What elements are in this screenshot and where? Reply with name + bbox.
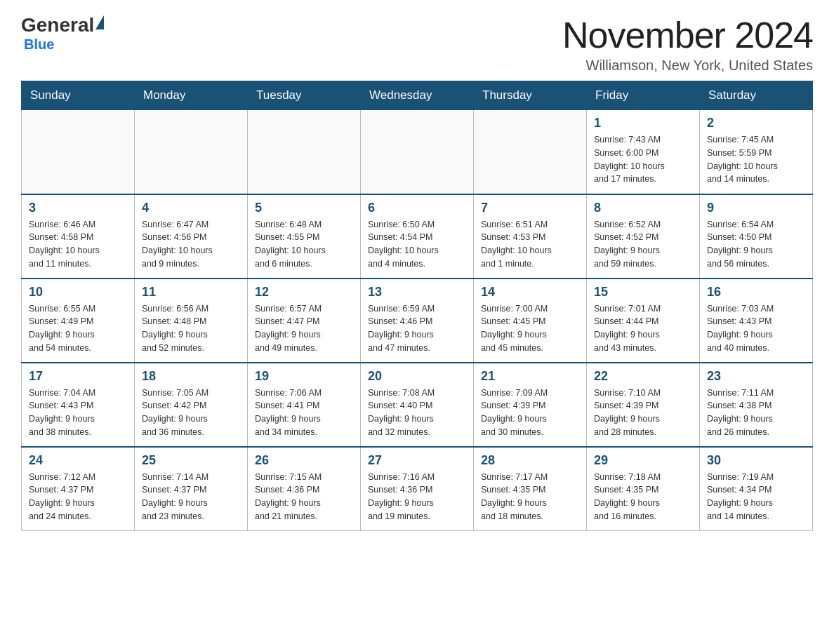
calendar-cell: 8Sunrise: 6:52 AMSunset: 4:52 PMDaylight… — [587, 194, 700, 279]
calendar-cell — [361, 110, 474, 194]
calendar-cell: 25Sunrise: 7:14 AMSunset: 4:37 PMDayligh… — [135, 447, 248, 531]
day-number: 22 — [594, 369, 692, 384]
day-info: Sunrise: 6:59 AMSunset: 4:46 PMDaylight:… — [368, 302, 466, 355]
day-number: 25 — [142, 453, 240, 468]
logo-general-text: General — [21, 14, 94, 36]
calendar-cell: 4Sunrise: 6:47 AMSunset: 4:56 PMDaylight… — [135, 194, 248, 279]
day-number: 15 — [594, 285, 692, 300]
calendar-week-row: 17Sunrise: 7:04 AMSunset: 4:43 PMDayligh… — [22, 363, 813, 447]
day-number: 10 — [29, 285, 127, 300]
calendar-cell: 18Sunrise: 7:05 AMSunset: 4:42 PMDayligh… — [135, 363, 248, 447]
day-info: Sunrise: 6:55 AMSunset: 4:49 PMDaylight:… — [29, 302, 127, 355]
calendar-cell — [135, 110, 248, 194]
day-number: 20 — [368, 369, 466, 384]
day-info: Sunrise: 7:08 AMSunset: 4:40 PMDaylight:… — [368, 387, 466, 439]
header-monday: Monday — [135, 81, 248, 110]
day-number: 13 — [368, 285, 466, 300]
calendar-table: SundayMondayTuesdayWednesdayThursdayFrid… — [21, 81, 813, 531]
day-number: 3 — [29, 201, 127, 215]
day-info: Sunrise: 7:19 AMSunset: 4:34 PMDaylight:… — [707, 471, 805, 523]
day-info: Sunrise: 7:03 AMSunset: 4:43 PMDaylight:… — [707, 302, 805, 355]
calendar-week-row: 10Sunrise: 6:55 AMSunset: 4:49 PMDayligh… — [22, 279, 813, 363]
calendar-cell: 17Sunrise: 7:04 AMSunset: 4:43 PMDayligh… — [22, 363, 135, 447]
day-info: Sunrise: 7:17 AMSunset: 4:35 PMDaylight:… — [481, 471, 579, 523]
calendar-cell: 3Sunrise: 6:46 AMSunset: 4:58 PMDaylight… — [22, 194, 135, 279]
header-saturday: Saturday — [700, 81, 813, 110]
day-info: Sunrise: 7:04 AMSunset: 4:43 PMDaylight:… — [29, 387, 127, 439]
calendar-cell — [22, 110, 135, 194]
logo-blue-text: Blue — [24, 36, 54, 53]
logo-triangle-icon — [95, 15, 104, 29]
day-number: 29 — [594, 453, 692, 468]
calendar-cell: 22Sunrise: 7:10 AMSunset: 4:39 PMDayligh… — [587, 363, 700, 447]
day-number: 7 — [481, 201, 579, 215]
day-number: 24 — [29, 453, 127, 468]
day-info: Sunrise: 7:06 AMSunset: 4:41 PMDaylight:… — [255, 387, 353, 439]
calendar-cell: 15Sunrise: 7:01 AMSunset: 4:44 PMDayligh… — [587, 279, 700, 363]
day-info: Sunrise: 7:43 AMSunset: 6:00 PMDaylight:… — [594, 133, 692, 186]
day-info: Sunrise: 7:10 AMSunset: 4:39 PMDaylight:… — [594, 387, 692, 439]
header-tuesday: Tuesday — [248, 81, 361, 110]
day-info: Sunrise: 7:12 AMSunset: 4:37 PMDaylight:… — [29, 471, 127, 523]
calendar-header-row: SundayMondayTuesdayWednesdayThursdayFrid… — [22, 81, 813, 110]
day-info: Sunrise: 7:09 AMSunset: 4:39 PMDaylight:… — [481, 387, 579, 439]
day-number: 28 — [481, 453, 579, 468]
day-info: Sunrise: 6:48 AMSunset: 4:55 PMDaylight:… — [255, 218, 353, 271]
title-section: November 2024 Williamson, New York, Unit… — [562, 14, 813, 74]
calendar-cell: 1Sunrise: 7:43 AMSunset: 6:00 PMDaylight… — [587, 110, 700, 194]
day-number: 16 — [707, 285, 805, 300]
day-number: 21 — [481, 369, 579, 384]
calendar-cell: 30Sunrise: 7:19 AMSunset: 4:34 PMDayligh… — [700, 447, 813, 531]
day-number: 1 — [594, 116, 692, 130]
calendar-cell: 20Sunrise: 7:08 AMSunset: 4:40 PMDayligh… — [361, 363, 474, 447]
day-number: 19 — [255, 369, 353, 384]
calendar-cell: 11Sunrise: 6:56 AMSunset: 4:48 PMDayligh… — [135, 279, 248, 363]
calendar-week-row: 24Sunrise: 7:12 AMSunset: 4:37 PMDayligh… — [22, 447, 813, 531]
header-wednesday: Wednesday — [361, 81, 474, 110]
calendar-cell — [248, 110, 361, 194]
day-info: Sunrise: 6:56 AMSunset: 4:48 PMDaylight:… — [142, 302, 240, 355]
calendar-subtitle: Williamson, New York, United States — [562, 58, 813, 74]
header-friday: Friday — [587, 81, 700, 110]
day-info: Sunrise: 7:00 AMSunset: 4:45 PMDaylight:… — [481, 302, 579, 355]
calendar-cell: 28Sunrise: 7:17 AMSunset: 4:35 PMDayligh… — [474, 447, 587, 531]
day-info: Sunrise: 7:11 AMSunset: 4:38 PMDaylight:… — [707, 387, 805, 439]
day-info: Sunrise: 7:45 AMSunset: 5:59 PMDaylight:… — [707, 133, 805, 186]
day-info: Sunrise: 7:18 AMSunset: 4:35 PMDaylight:… — [594, 471, 692, 523]
day-number: 4 — [142, 201, 240, 215]
day-info: Sunrise: 6:57 AMSunset: 4:47 PMDaylight:… — [255, 302, 353, 355]
day-number: 14 — [481, 285, 579, 300]
header-thursday: Thursday — [474, 81, 587, 110]
calendar-cell: 9Sunrise: 6:54 AMSunset: 4:50 PMDaylight… — [700, 194, 813, 279]
day-info: Sunrise: 7:05 AMSunset: 4:42 PMDaylight:… — [142, 387, 240, 439]
day-number: 11 — [142, 285, 240, 300]
day-number: 18 — [142, 369, 240, 384]
calendar-week-row: 3Sunrise: 6:46 AMSunset: 4:58 PMDaylight… — [22, 194, 813, 279]
calendar-cell: 23Sunrise: 7:11 AMSunset: 4:38 PMDayligh… — [700, 363, 813, 447]
day-number: 6 — [368, 201, 466, 215]
page-header: General Blue November 2024 Williamson, N… — [21, 14, 813, 74]
calendar-cell: 2Sunrise: 7:45 AMSunset: 5:59 PMDaylight… — [700, 110, 813, 194]
calendar-title: November 2024 — [562, 14, 813, 56]
calendar-cell: 27Sunrise: 7:16 AMSunset: 4:36 PMDayligh… — [361, 447, 474, 531]
calendar-cell: 13Sunrise: 6:59 AMSunset: 4:46 PMDayligh… — [361, 279, 474, 363]
calendar-cell: 14Sunrise: 7:00 AMSunset: 4:45 PMDayligh… — [474, 279, 587, 363]
calendar-cell: 12Sunrise: 6:57 AMSunset: 4:47 PMDayligh… — [248, 279, 361, 363]
day-info: Sunrise: 7:16 AMSunset: 4:36 PMDaylight:… — [368, 471, 466, 523]
day-info: Sunrise: 7:14 AMSunset: 4:37 PMDaylight:… — [142, 471, 240, 523]
calendar-cell: 21Sunrise: 7:09 AMSunset: 4:39 PMDayligh… — [474, 363, 587, 447]
calendar-cell: 16Sunrise: 7:03 AMSunset: 4:43 PMDayligh… — [700, 279, 813, 363]
calendar-cell: 5Sunrise: 6:48 AMSunset: 4:55 PMDaylight… — [248, 194, 361, 279]
calendar-cell: 29Sunrise: 7:18 AMSunset: 4:35 PMDayligh… — [587, 447, 700, 531]
day-number: 30 — [707, 453, 805, 468]
day-number: 5 — [255, 201, 353, 215]
calendar-cell — [474, 110, 587, 194]
calendar-cell: 6Sunrise: 6:50 AMSunset: 4:54 PMDaylight… — [361, 194, 474, 279]
calendar-cell: 26Sunrise: 7:15 AMSunset: 4:36 PMDayligh… — [248, 447, 361, 531]
calendar-cell: 24Sunrise: 7:12 AMSunset: 4:37 PMDayligh… — [22, 447, 135, 531]
day-number: 17 — [29, 369, 127, 384]
day-info: Sunrise: 6:47 AMSunset: 4:56 PMDaylight:… — [142, 218, 240, 271]
day-number: 27 — [368, 453, 466, 468]
day-info: Sunrise: 7:15 AMSunset: 4:36 PMDaylight:… — [255, 471, 353, 523]
day-info: Sunrise: 7:01 AMSunset: 4:44 PMDaylight:… — [594, 302, 692, 355]
